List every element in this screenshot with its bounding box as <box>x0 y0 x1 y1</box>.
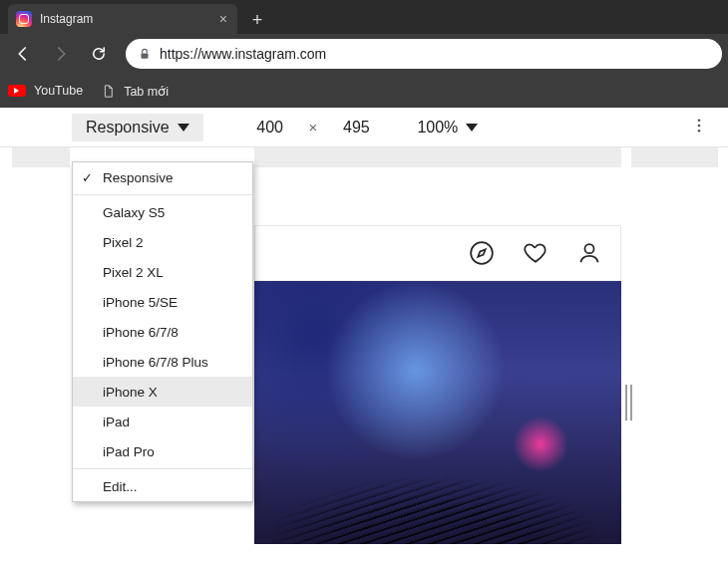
svg-point-3 <box>698 129 701 132</box>
bookmark-label: Tab mới <box>124 84 169 99</box>
instagram-favicon-icon <box>16 11 32 27</box>
heart-icon <box>523 240 548 266</box>
svg-point-2 <box>698 124 701 127</box>
profile-button[interactable] <box>576 240 602 266</box>
tab-strip: Instagram × + <box>0 0 728 34</box>
height-input[interactable] <box>325 115 387 141</box>
zoom-label: 100% <box>417 119 458 137</box>
device-option-galaxy-s5[interactable]: Galaxy S5 <box>73 197 252 227</box>
youtube-icon <box>8 85 26 97</box>
browser-tab[interactable]: Instagram × <box>8 4 237 34</box>
device-option-pixel-2-xl[interactable]: Pixel 2 XL <box>73 257 252 287</box>
device-option-edit[interactable]: Edit... <box>73 471 252 501</box>
more-options-button[interactable] <box>690 117 708 139</box>
svg-point-5 <box>584 244 593 253</box>
dimensions: × <box>239 115 388 141</box>
caret-down-icon <box>466 124 478 132</box>
browser-chrome: Instagram × + https://www.instagram.com … <box>0 0 728 108</box>
resize-handle[interactable] <box>625 385 635 421</box>
arrow-left-icon <box>14 45 32 63</box>
svg-rect-0 <box>142 53 149 58</box>
activity-button[interactable] <box>523 240 548 266</box>
back-button[interactable] <box>6 39 40 69</box>
bookmark-youtube[interactable]: YouTube <box>8 84 83 98</box>
page-icon <box>101 84 116 99</box>
width-input[interactable] <box>239 115 301 141</box>
device-option-responsive[interactable]: Responsive <box>73 162 252 192</box>
tab-title: Instagram <box>40 12 93 26</box>
arrow-right-icon <box>52 45 70 63</box>
device-option-iphone-678-plus[interactable]: iPhone 6/7/8 Plus <box>73 347 252 377</box>
address-bar[interactable]: https://www.instagram.com <box>126 39 722 69</box>
lock-icon <box>138 47 152 61</box>
dimension-separator: × <box>309 119 318 136</box>
browser-toolbar: https://www.instagram.com <box>0 34 728 74</box>
explore-button[interactable] <box>469 240 495 266</box>
kebab-icon <box>690 117 708 135</box>
device-option-ipad-pro[interactable]: iPad Pro <box>73 436 252 466</box>
user-icon <box>576 240 602 266</box>
device-option-pixel-2[interactable]: Pixel 2 <box>73 227 252 257</box>
forward-button[interactable] <box>44 39 78 69</box>
device-option-ipad[interactable]: iPad <box>73 407 252 436</box>
device-select-label: Responsive <box>86 119 170 137</box>
device-option-iphone-678[interactable]: iPhone 6/7/8 <box>73 317 252 347</box>
bookmarks-bar: YouTube Tab mới <box>0 74 728 108</box>
new-tab-button[interactable]: + <box>243 6 271 34</box>
bookmark-new-tab[interactable]: Tab mới <box>101 84 169 99</box>
reload-icon <box>90 45 108 63</box>
menu-separator <box>73 194 252 195</box>
device-option-iphone-x[interactable]: iPhone X <box>73 377 252 407</box>
reload-button[interactable] <box>82 39 116 69</box>
menu-separator <box>73 468 252 469</box>
plus-icon: + <box>252 10 263 31</box>
svg-point-4 <box>471 242 493 264</box>
compass-icon <box>469 240 495 266</box>
post-image <box>254 281 621 544</box>
emulated-viewport <box>254 225 621 544</box>
device-toolbar: Responsive × 100% <box>0 108 728 147</box>
bookmark-label: YouTube <box>34 84 83 98</box>
svg-point-1 <box>698 119 701 122</box>
zoom-select[interactable]: 100% <box>417 119 478 137</box>
url-text: https://www.instagram.com <box>160 46 326 62</box>
close-tab-icon[interactable]: × <box>219 11 227 27</box>
device-select[interactable]: Responsive <box>72 114 203 141</box>
device-option-iphone-5-se[interactable]: iPhone 5/SE <box>73 287 252 317</box>
instagram-header <box>254 225 621 281</box>
device-dropdown: Responsive Galaxy S5 Pixel 2 Pixel 2 XL … <box>72 161 253 502</box>
caret-down-icon <box>178 124 189 132</box>
